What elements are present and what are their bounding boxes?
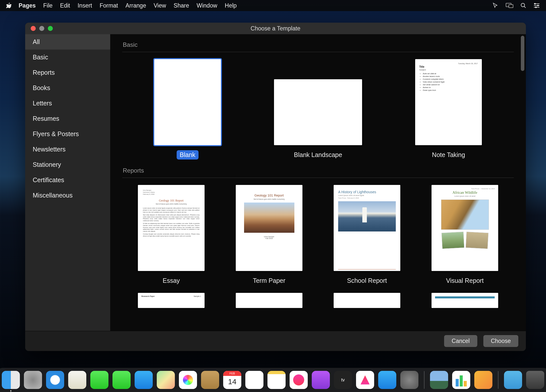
svg-point-2	[521, 3, 525, 7]
template-thumb: Geology 101 Report Sed et lacus quis eni…	[236, 185, 302, 271]
template-visual-report[interactable]: Trent Pruce — December 12, 2019 African …	[432, 185, 498, 285]
dock-calendar[interactable]: FEB14	[223, 371, 241, 389]
dock-maps[interactable]	[157, 371, 175, 389]
spotlight-icon[interactable]	[520, 3, 526, 9]
sidebar-item-books[interactable]: Books	[25, 80, 110, 96]
menu-share[interactable]: Share	[174, 2, 189, 9]
elephant-image	[441, 232, 464, 249]
template-thumb	[154, 59, 221, 145]
giraffe-image	[441, 200, 489, 230]
sidebar-item-newsletters[interactable]: Newsletters	[25, 142, 110, 157]
choose-button[interactable]: Choose	[483, 335, 518, 347]
menu-bar: Pages File Edit Insert Format Arrange Vi…	[0, 0, 546, 11]
template-label: Note Taking	[429, 150, 468, 160]
svg-point-9	[535, 7, 536, 8]
app-name[interactable]: Pages	[19, 2, 36, 9]
dock-settings[interactable]	[400, 371, 418, 389]
dock-numbers[interactable]	[474, 371, 492, 389]
dock-contacts[interactable]	[135, 371, 153, 389]
sidebar-item-flyers[interactable]: Flyers & Posters	[25, 126, 110, 142]
dock-downloads[interactable]	[504, 371, 522, 389]
dock-launchpad[interactable]	[24, 371, 42, 389]
dock-finder[interactable]	[2, 371, 20, 389]
dock-charts[interactable]	[452, 371, 470, 389]
lighthouse-image	[338, 201, 396, 231]
template-label: Blank Landscape	[291, 150, 345, 160]
sidebar-item-letters[interactable]: Letters	[25, 96, 110, 111]
menu-help[interactable]: Help	[225, 2, 237, 9]
dock-reminders[interactable]	[245, 371, 263, 389]
template-research-paper[interactable]: Research PaperSample 1	[138, 293, 205, 308]
template-thumb	[274, 79, 362, 145]
sidebar-item-stationery[interactable]: Stationery	[25, 157, 110, 172]
dock-gallery[interactable]	[430, 371, 448, 389]
template-partial-2[interactable]	[236, 293, 302, 308]
template-label: Essay	[160, 276, 183, 285]
menu-view[interactable]: View	[154, 2, 166, 9]
svg-point-7	[534, 3, 535, 4]
apple-menu[interactable]	[6, 3, 12, 9]
cancel-button[interactable]: Cancel	[444, 335, 477, 347]
sidebar-item-reports[interactable]: Reports	[25, 65, 110, 80]
dock-appstore[interactable]	[378, 371, 396, 389]
dock: FEB14 tv	[0, 368, 546, 392]
dock-mail[interactable]	[68, 371, 86, 389]
title-bar: Choose a Template	[25, 23, 526, 34]
dock-addressbook[interactable]	[201, 371, 219, 389]
menu-edit[interactable]: Edit	[60, 2, 70, 9]
dock-photos[interactable]	[179, 371, 197, 389]
template-term-paper[interactable]: Geology 101 Report Sed et lacus quis eni…	[236, 185, 302, 285]
section-basic: Basic	[123, 41, 514, 48]
meerkat-image	[465, 232, 488, 249]
menu-window[interactable]: Window	[197, 2, 217, 9]
template-blank[interactable]: Blank	[154, 59, 221, 160]
dock-facetime[interactable]	[112, 371, 131, 389]
dock-news[interactable]	[356, 371, 374, 389]
sidebar-item-resumes[interactable]: Resumes	[25, 111, 110, 126]
dock-trash[interactable]	[526, 371, 544, 389]
menu-arrange[interactable]: Arrange	[126, 2, 146, 9]
template-label: Blank	[177, 150, 199, 160]
cursor-icon[interactable]	[492, 2, 499, 9]
control-center-icon[interactable]	[533, 3, 540, 8]
template-thumb: A History of Lighthouses Lorem ipsum dol…	[334, 185, 400, 271]
sidebar-item-all[interactable]: All	[25, 34, 110, 50]
dock-separator	[424, 371, 424, 389]
sidebar-item-basic[interactable]: Basic	[25, 50, 110, 65]
scrollbar[interactable]	[521, 36, 524, 71]
template-partial-4[interactable]	[432, 293, 498, 308]
template-label: School Report	[344, 276, 390, 285]
sidebar-item-misc[interactable]: Miscellaneous	[25, 188, 110, 203]
dock-tv[interactable]: tv	[334, 371, 352, 389]
minimize-button[interactable]	[39, 26, 44, 31]
dock-notes[interactable]	[267, 371, 286, 389]
menu-insert[interactable]: Insert	[77, 2, 92, 9]
template-thumb: Tuesday, March 28, 2017 Title Subject Au…	[415, 59, 482, 145]
dock-podcasts[interactable]	[312, 371, 330, 389]
template-thumb: Trent Pruce — December 12, 2019 African …	[432, 185, 498, 271]
template-partial-3[interactable]	[334, 293, 400, 308]
menu-format[interactable]: Format	[100, 2, 118, 9]
dock-music[interactable]	[290, 371, 308, 389]
menu-file[interactable]: File	[43, 2, 53, 9]
sidebar-item-certificates[interactable]: Certificates	[25, 172, 110, 188]
template-thumb: Una Semper Instructor's Name February 8,…	[138, 185, 205, 271]
template-blank-landscape[interactable]: Blank Landscape	[274, 59, 362, 160]
section-reports: Reports	[123, 167, 514, 174]
canyon-image	[244, 203, 294, 233]
zoom-button[interactable]	[48, 26, 53, 31]
svg-line-3	[524, 6, 526, 8]
template-note-taking[interactable]: Tuesday, March 28, 2017 Title Subject Au…	[415, 59, 482, 160]
template-school-report[interactable]: A History of Lighthouses Lorem ipsum dol…	[334, 185, 400, 285]
category-sidebar: All Basic Reports Books Letters Resumes …	[25, 34, 110, 331]
template-label: Term Paper	[250, 276, 288, 285]
template-essay[interactable]: Una Semper Instructor's Name February 8,…	[138, 185, 205, 285]
dock-separator	[498, 371, 498, 389]
close-button[interactable]	[31, 26, 36, 31]
window-footer: Cancel Choose	[25, 331, 526, 351]
svg-point-8	[537, 5, 538, 6]
screen-mirror-icon[interactable]	[506, 3, 513, 9]
dock-safari[interactable]	[46, 371, 64, 389]
dock-messages[interactable]	[90, 371, 108, 389]
template-label: Visual Report	[443, 276, 487, 285]
